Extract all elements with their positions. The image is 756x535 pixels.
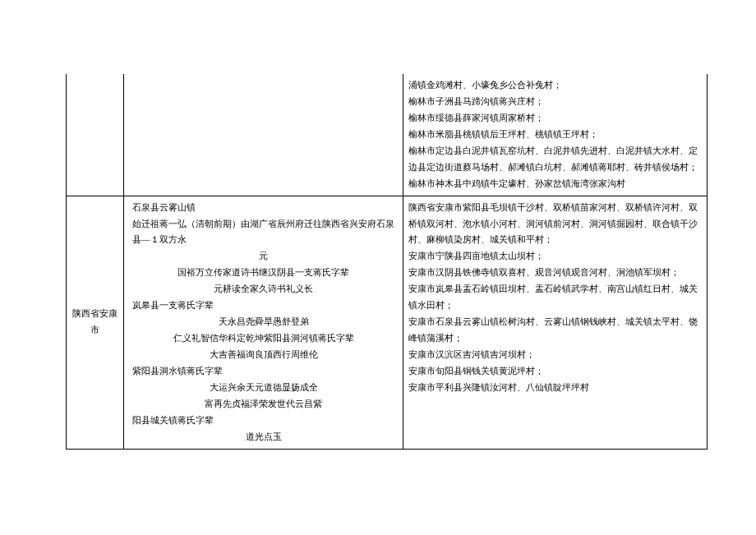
- lineage-line: 天永昌尧舜旱愚舒登弟: [129, 314, 398, 330]
- lineage-line: 元: [129, 248, 398, 265]
- table-row: 浦镇金鸡滩村、小壕兔乡公合补兔村；榆林市子洲县马蹄沟镇蒋兴庄村；榆林市绥德县薛家…: [67, 74, 708, 196]
- lineage-line: 道光点玉: [129, 429, 398, 445]
- lineage-line: 富再先贞福泽荣发世代云昌紫: [129, 396, 398, 413]
- village-line: 榆林市米脂县桃镇镇后王坪村、桃镇镇王坪村；: [408, 127, 702, 143]
- lineage-line: 国裕万立传家道诗书继汉阴县一支蒋氏字辈: [129, 265, 398, 281]
- villages-cell: 陕西省安康市紫阳县毛坝镇干沙村、双桥镇苗家河村、双桥镇许河村、双桥镇双河村、泡水…: [403, 196, 708, 449]
- lineage-line: 始迁祖蒋一弘（清朝前期）由湖广省辰州府迁往陕西省兴安府石泉县—１双方永: [129, 216, 398, 249]
- lineage-line: 大吉善福询良顶西行周维伦: [129, 347, 398, 363]
- lineage-cell: [124, 74, 403, 196]
- village-line: 安康市平利县兴隆镇汝河村、八仙镇靛坪坪村: [408, 380, 702, 396]
- region-cell: 陕西省安康市: [67, 196, 124, 449]
- lineage-line: 元耕读全家久诗书礼义长: [129, 281, 398, 297]
- region-cell: [67, 74, 124, 196]
- lineage-line: 仁义礼智信华科定乾坤紫阳县洞河镇蒋氏字辈: [129, 330, 398, 347]
- village-line: 榆林市神木县中鸡镇牛定壕村、孙家岔镇海湾张家沟村: [408, 176, 702, 192]
- lineage-line: 石泉县云雾山镇: [129, 200, 398, 216]
- village-line: 安康市旬阳县铜钱关镇黄泥坪村；: [408, 363, 702, 380]
- document-page: 浦镇金鸡滩村、小壕兔乡公合补兔村；榆林市子洲县马蹄沟镇蒋兴庄村；榆林市绥德县薛家…: [0, 0, 756, 535]
- lineage-line: 大运兴余天元道德显扬成全: [129, 380, 398, 396]
- village-line: 榆林市定边县白泥井镇瓦窑坑村、白泥井镇先进村、白泥井镇大水村、定边县定边街道蔡马…: [408, 143, 702, 176]
- village-line: 安康市石泉县云雾山镇松树沟村、云雾山镇钢钱峡村、城关镇太平村、饶峰镇蒲溪村；: [408, 314, 702, 347]
- village-line: 安康市岚皋县盂石岭镇田坝村、盂石岭镇武学村、南宫山镇红日村、城关镇水田村；: [408, 281, 702, 314]
- villages-cell: 浦镇金鸡滩村、小壕兔乡公合补兔村；榆林市子洲县马蹄沟镇蒋兴庄村；榆林市绥德县薛家…: [403, 74, 708, 196]
- village-line: 陕西省安康市紫阳县毛坝镇干沙村、双桥镇苗家河村、双桥镇许河村、双桥镇双河村、泡水…: [408, 200, 702, 249]
- village-line: 安康市宁陕县四亩地镇太山坝村；: [408, 248, 702, 265]
- village-line: 榆林市绥德县薛家河镇周家桥村；: [408, 110, 702, 127]
- village-line: 安康市汉阴县铁佛寺镇双喜村、观音河镇观音河村、涧池镇军坝村；: [408, 265, 702, 281]
- lineage-line: 岚皋县一支蒋氏字辈: [129, 297, 398, 314]
- village-line: 榆林市子洲县马蹄沟镇蒋兴庄村；: [408, 94, 702, 110]
- village-line: 浦镇金鸡滩村、小壕兔乡公合补兔村；: [408, 77, 702, 94]
- lineage-line: 紫阳县洞水镇蒋氏字辈: [129, 363, 398, 380]
- genealogy-table: 浦镇金鸡滩村、小壕兔乡公合补兔村；榆林市子洲县马蹄沟镇蒋兴庄村；榆林市绥德县薛家…: [66, 74, 708, 450]
- lineage-line: 阳县城关镇蒋氏字辈: [129, 413, 398, 429]
- table-row: 陕西省安康市 石泉县云雾山镇始迁祖蒋一弘（清朝前期）由湖广省辰州府迁往陕西省兴安…: [67, 196, 708, 449]
- cell-text: 陕西省安康市: [72, 309, 118, 334]
- lineage-cell: 石泉县云雾山镇始迁祖蒋一弘（清朝前期）由湖广省辰州府迁往陕西省兴安府石泉县—１双…: [124, 196, 403, 449]
- village-line: 安康市汉滨区吉河镇吉河坝村；: [408, 347, 702, 363]
